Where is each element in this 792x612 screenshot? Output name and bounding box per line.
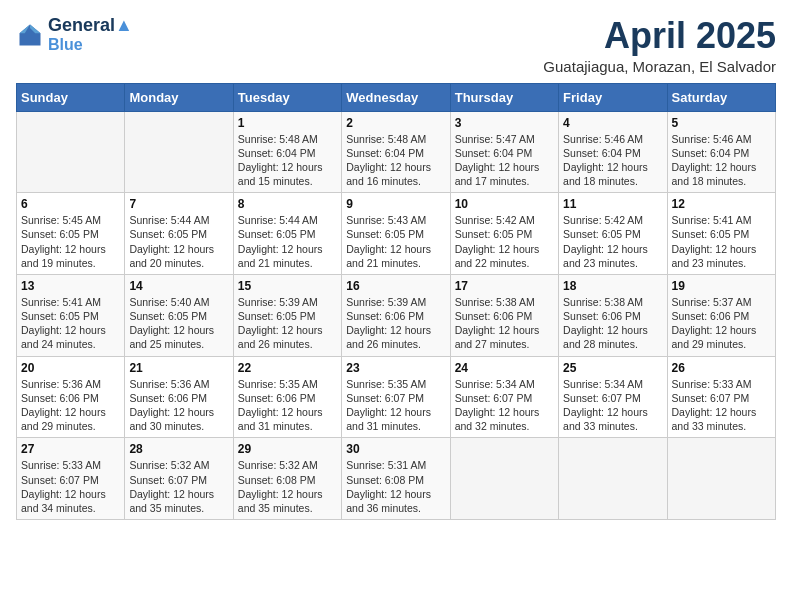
calendar-cell: 13Sunrise: 5:41 AM Sunset: 6:05 PM Dayli… — [17, 274, 125, 356]
day-number: 20 — [21, 361, 120, 375]
day-info: Sunrise: 5:41 AM Sunset: 6:05 PM Dayligh… — [672, 213, 771, 270]
weekday-header: Saturday — [667, 83, 775, 111]
day-number: 23 — [346, 361, 445, 375]
calendar-header: SundayMondayTuesdayWednesdayThursdayFrid… — [17, 83, 776, 111]
day-info: Sunrise: 5:31 AM Sunset: 6:08 PM Dayligh… — [346, 458, 445, 515]
day-info: Sunrise: 5:43 AM Sunset: 6:05 PM Dayligh… — [346, 213, 445, 270]
day-info: Sunrise: 5:41 AM Sunset: 6:05 PM Dayligh… — [21, 295, 120, 352]
calendar-cell: 17Sunrise: 5:38 AM Sunset: 6:06 PM Dayli… — [450, 274, 558, 356]
day-info: Sunrise: 5:46 AM Sunset: 6:04 PM Dayligh… — [672, 132, 771, 189]
day-number: 7 — [129, 197, 228, 211]
day-number: 25 — [563, 361, 662, 375]
day-number: 18 — [563, 279, 662, 293]
day-number: 2 — [346, 116, 445, 130]
day-info: Sunrise: 5:45 AM Sunset: 6:05 PM Dayligh… — [21, 213, 120, 270]
logo: General▲ Blue — [16, 16, 133, 53]
day-info: Sunrise: 5:46 AM Sunset: 6:04 PM Dayligh… — [563, 132, 662, 189]
day-info: Sunrise: 5:39 AM Sunset: 6:06 PM Dayligh… — [346, 295, 445, 352]
weekday-header: Tuesday — [233, 83, 341, 111]
calendar-cell — [17, 111, 125, 193]
day-info: Sunrise: 5:39 AM Sunset: 6:05 PM Dayligh… — [238, 295, 337, 352]
day-info: Sunrise: 5:32 AM Sunset: 6:07 PM Dayligh… — [129, 458, 228, 515]
day-info: Sunrise: 5:38 AM Sunset: 6:06 PM Dayligh… — [455, 295, 554, 352]
calendar-cell: 21Sunrise: 5:36 AM Sunset: 6:06 PM Dayli… — [125, 356, 233, 438]
day-number: 21 — [129, 361, 228, 375]
calendar-cell — [450, 438, 558, 520]
calendar-cell: 16Sunrise: 5:39 AM Sunset: 6:06 PM Dayli… — [342, 274, 450, 356]
logo-text: General▲ Blue — [48, 16, 133, 53]
calendar-cell — [125, 111, 233, 193]
weekday-header: Monday — [125, 83, 233, 111]
calendar-cell: 3Sunrise: 5:47 AM Sunset: 6:04 PM Daylig… — [450, 111, 558, 193]
day-number: 4 — [563, 116, 662, 130]
day-info: Sunrise: 5:35 AM Sunset: 6:07 PM Dayligh… — [346, 377, 445, 434]
day-number: 24 — [455, 361, 554, 375]
day-info: Sunrise: 5:48 AM Sunset: 6:04 PM Dayligh… — [238, 132, 337, 189]
calendar-cell: 14Sunrise: 5:40 AM Sunset: 6:05 PM Dayli… — [125, 274, 233, 356]
day-number: 11 — [563, 197, 662, 211]
day-info: Sunrise: 5:47 AM Sunset: 6:04 PM Dayligh… — [455, 132, 554, 189]
calendar-cell: 27Sunrise: 5:33 AM Sunset: 6:07 PM Dayli… — [17, 438, 125, 520]
day-number: 13 — [21, 279, 120, 293]
month-title: April 2025 — [543, 16, 776, 56]
day-number: 30 — [346, 442, 445, 456]
weekday-header: Friday — [559, 83, 667, 111]
calendar-cell: 2Sunrise: 5:48 AM Sunset: 6:04 PM Daylig… — [342, 111, 450, 193]
calendar-cell: 28Sunrise: 5:32 AM Sunset: 6:07 PM Dayli… — [125, 438, 233, 520]
day-number: 1 — [238, 116, 337, 130]
calendar-cell: 15Sunrise: 5:39 AM Sunset: 6:05 PM Dayli… — [233, 274, 341, 356]
day-info: Sunrise: 5:44 AM Sunset: 6:05 PM Dayligh… — [129, 213, 228, 270]
day-number: 15 — [238, 279, 337, 293]
day-number: 19 — [672, 279, 771, 293]
calendar-cell: 7Sunrise: 5:44 AM Sunset: 6:05 PM Daylig… — [125, 193, 233, 275]
day-info: Sunrise: 5:36 AM Sunset: 6:06 PM Dayligh… — [129, 377, 228, 434]
calendar-cell: 29Sunrise: 5:32 AM Sunset: 6:08 PM Dayli… — [233, 438, 341, 520]
logo-icon — [16, 21, 44, 49]
day-info: Sunrise: 5:35 AM Sunset: 6:06 PM Dayligh… — [238, 377, 337, 434]
title-block: April 2025 Guatajiagua, Morazan, El Salv… — [543, 16, 776, 75]
day-number: 3 — [455, 116, 554, 130]
calendar-cell: 4Sunrise: 5:46 AM Sunset: 6:04 PM Daylig… — [559, 111, 667, 193]
day-info: Sunrise: 5:38 AM Sunset: 6:06 PM Dayligh… — [563, 295, 662, 352]
day-number: 9 — [346, 197, 445, 211]
calendar-cell: 11Sunrise: 5:42 AM Sunset: 6:05 PM Dayli… — [559, 193, 667, 275]
day-number: 29 — [238, 442, 337, 456]
day-number: 26 — [672, 361, 771, 375]
day-info: Sunrise: 5:40 AM Sunset: 6:05 PM Dayligh… — [129, 295, 228, 352]
calendar-cell: 20Sunrise: 5:36 AM Sunset: 6:06 PM Dayli… — [17, 356, 125, 438]
day-info: Sunrise: 5:36 AM Sunset: 6:06 PM Dayligh… — [21, 377, 120, 434]
calendar-cell: 12Sunrise: 5:41 AM Sunset: 6:05 PM Dayli… — [667, 193, 775, 275]
calendar-cell: 23Sunrise: 5:35 AM Sunset: 6:07 PM Dayli… — [342, 356, 450, 438]
calendar-cell: 30Sunrise: 5:31 AM Sunset: 6:08 PM Dayli… — [342, 438, 450, 520]
day-number: 17 — [455, 279, 554, 293]
day-number: 10 — [455, 197, 554, 211]
calendar-cell: 6Sunrise: 5:45 AM Sunset: 6:05 PM Daylig… — [17, 193, 125, 275]
calendar-cell — [559, 438, 667, 520]
calendar-cell: 26Sunrise: 5:33 AM Sunset: 6:07 PM Dayli… — [667, 356, 775, 438]
page-header: General▲ Blue April 2025 Guatajiagua, Mo… — [16, 16, 776, 75]
day-info: Sunrise: 5:33 AM Sunset: 6:07 PM Dayligh… — [21, 458, 120, 515]
weekday-header: Thursday — [450, 83, 558, 111]
day-number: 12 — [672, 197, 771, 211]
day-number: 6 — [21, 197, 120, 211]
day-number: 5 — [672, 116, 771, 130]
day-number: 8 — [238, 197, 337, 211]
calendar-cell: 22Sunrise: 5:35 AM Sunset: 6:06 PM Dayli… — [233, 356, 341, 438]
calendar-cell: 8Sunrise: 5:44 AM Sunset: 6:05 PM Daylig… — [233, 193, 341, 275]
calendar-cell: 10Sunrise: 5:42 AM Sunset: 6:05 PM Dayli… — [450, 193, 558, 275]
day-number: 22 — [238, 361, 337, 375]
day-info: Sunrise: 5:34 AM Sunset: 6:07 PM Dayligh… — [563, 377, 662, 434]
location-subtitle: Guatajiagua, Morazan, El Salvador — [543, 58, 776, 75]
day-info: Sunrise: 5:42 AM Sunset: 6:05 PM Dayligh… — [455, 213, 554, 270]
day-info: Sunrise: 5:37 AM Sunset: 6:06 PM Dayligh… — [672, 295, 771, 352]
day-info: Sunrise: 5:48 AM Sunset: 6:04 PM Dayligh… — [346, 132, 445, 189]
day-number: 28 — [129, 442, 228, 456]
day-info: Sunrise: 5:34 AM Sunset: 6:07 PM Dayligh… — [455, 377, 554, 434]
calendar-cell: 19Sunrise: 5:37 AM Sunset: 6:06 PM Dayli… — [667, 274, 775, 356]
calendar-cell: 25Sunrise: 5:34 AM Sunset: 6:07 PM Dayli… — [559, 356, 667, 438]
calendar-cell: 5Sunrise: 5:46 AM Sunset: 6:04 PM Daylig… — [667, 111, 775, 193]
day-number: 27 — [21, 442, 120, 456]
calendar-cell — [667, 438, 775, 520]
calendar-cell: 9Sunrise: 5:43 AM Sunset: 6:05 PM Daylig… — [342, 193, 450, 275]
day-info: Sunrise: 5:44 AM Sunset: 6:05 PM Dayligh… — [238, 213, 337, 270]
